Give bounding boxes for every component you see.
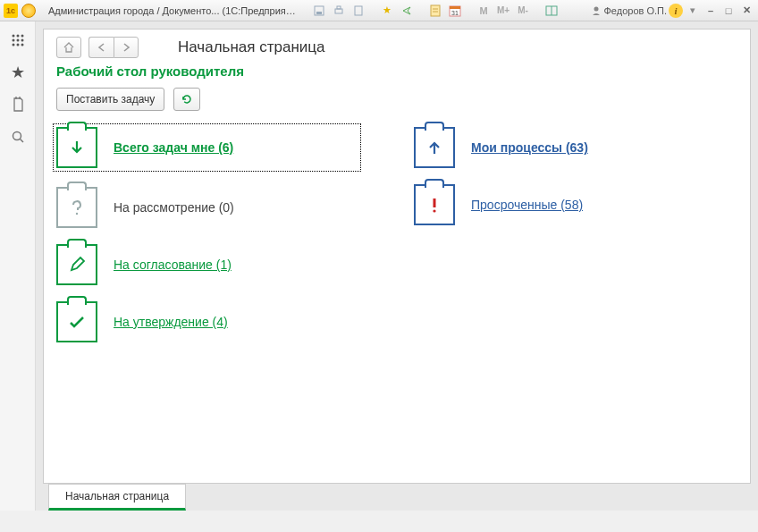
user-icon [591, 5, 602, 16]
toolbar-panel-icon[interactable] [543, 4, 560, 18]
pencil-icon [56, 244, 97, 285]
info-dropdown-icon[interactable]: ▾ [685, 4, 701, 18]
toolbar-calc-icon[interactable] [427, 4, 443, 18]
exclaim-icon [414, 184, 455, 225]
smile-icon [21, 4, 36, 18]
dashboard-tile[interactable]: Всего задач мне (6) [54, 124, 360, 171]
tab-start-page[interactable]: Начальная страница [48, 484, 186, 511]
dashboard-left-column: Всего задач мне (6)На рассмотрение (0)На… [56, 127, 360, 359]
user-indicator[interactable]: Федоров О.П. [591, 5, 668, 16]
svg-point-17 [12, 39, 14, 42]
svg-point-16 [21, 35, 23, 38]
tile-label[interactable]: Просроченные (58) [471, 198, 583, 212]
dashboard-tile[interactable]: На согласование (1) [56, 244, 360, 285]
toolbar-calendar-icon[interactable]: 31 [447, 4, 463, 18]
tile-label[interactable]: На утверждение (4) [114, 315, 228, 329]
toolbar-m-icon[interactable]: M [476, 4, 492, 18]
svg-point-22 [21, 44, 23, 46]
sidebar-history-icon[interactable] [8, 95, 28, 114]
nav-back-button[interactable] [88, 37, 114, 58]
svg-point-25 [76, 213, 78, 215]
svg-point-18 [16, 39, 19, 42]
sidebar-star-icon[interactable]: ★ [8, 63, 28, 82]
svg-point-21 [16, 44, 19, 46]
user-name: Федоров О.П. [604, 5, 668, 16]
sidebar-search-icon[interactable] [8, 127, 28, 147]
question-icon [56, 187, 97, 228]
tile-label[interactable]: Мои процессы (63) [471, 140, 588, 155]
nav-home-button[interactable] [56, 37, 81, 58]
svg-point-14 [12, 35, 14, 38]
svg-point-23 [13, 132, 21, 140]
window-close-button[interactable]: ✕ [738, 4, 754, 18]
svg-text:31: 31 [451, 10, 459, 16]
svg-point-19 [21, 39, 23, 42]
check-icon [56, 301, 97, 342]
info-icon[interactable]: i [669, 4, 683, 18]
svg-rect-4 [355, 6, 362, 15]
svg-rect-2 [335, 9, 342, 13]
dashboard-tile[interactable]: Мои процессы (63) [414, 127, 718, 168]
section-title: Рабочий стол руководителя [56, 63, 737, 79]
dashboard-tile[interactable]: Просроченные (58) [414, 184, 718, 225]
svg-point-15 [16, 35, 19, 38]
main-panel: Начальная страница Рабочий стол руководи… [43, 29, 751, 484]
sidebar-apps-icon[interactable] [8, 30, 28, 50]
window-maximize-button[interactable]: □ [720, 4, 737, 18]
toolbar-share-icon[interactable] [399, 4, 415, 18]
toolbar-star-icon[interactable]: ★ [379, 4, 395, 18]
tile-label[interactable]: На согласование (1) [114, 258, 232, 272]
post-task-button[interactable]: Поставить задачу [56, 88, 164, 111]
svg-point-27 [433, 209, 435, 212]
svg-line-24 [20, 139, 23, 143]
toolbar-doc-icon[interactable] [350, 4, 366, 18]
bottom-tabstrip: Начальная страница [43, 484, 751, 511]
toolbar-save-icon[interactable] [311, 4, 327, 18]
svg-point-20 [12, 44, 14, 46]
svg-point-13 [594, 6, 598, 11]
toolbar-m-plus-icon[interactable]: M+ [495, 4, 511, 18]
left-sidebar: ★ [0, 21, 36, 511]
toolbar-print-icon[interactable] [331, 4, 347, 18]
svg-rect-3 [337, 6, 341, 9]
svg-rect-1 [316, 12, 322, 14]
toolbar-m-minus-icon[interactable]: M- [515, 4, 531, 18]
nav-forward-button[interactable] [114, 37, 139, 58]
page-title: Начальная страница [178, 38, 325, 56]
arrow-down-icon [56, 127, 97, 168]
window-minimize-button[interactable]: – [703, 4, 719, 18]
tile-label[interactable]: Всего задач мне (6) [114, 140, 233, 155]
tile-label: На рассмотрение (0) [114, 200, 234, 215]
dashboard-tile[interactable]: На рассмотрение (0) [56, 187, 360, 228]
dashboard-tile[interactable]: На утверждение (4) [56, 301, 360, 342]
post-task-label: Поставить задачу [66, 93, 155, 106]
svg-rect-5 [431, 5, 440, 16]
refresh-button[interactable] [173, 88, 200, 111]
arrow-up-icon [414, 127, 455, 168]
svg-rect-9 [450, 6, 460, 9]
app-logo-1c: 1c [4, 4, 18, 18]
window-titlebar: 1c Администрация города / Документо... (… [0, 0, 758, 21]
window-title: Администрация города / Документо... (1С:… [48, 5, 299, 16]
dashboard-right-column: Мои процессы (63)Просроченные (58) [414, 127, 718, 359]
tab-label: Начальная страница [65, 490, 169, 502]
